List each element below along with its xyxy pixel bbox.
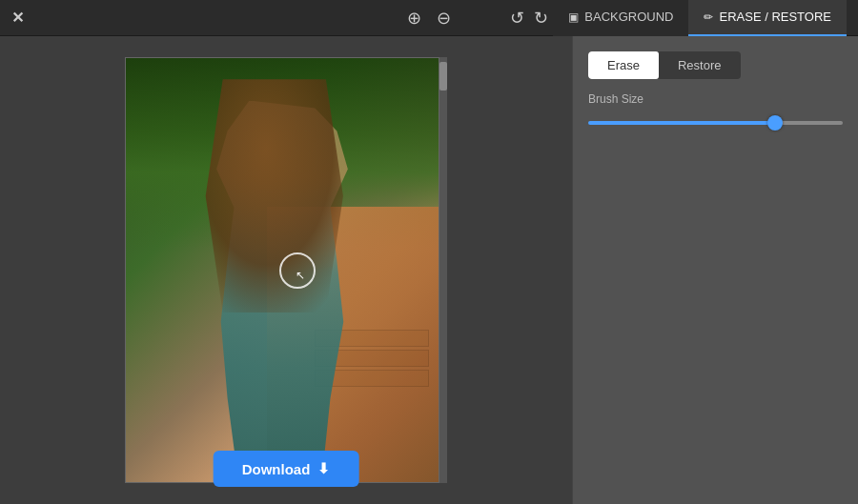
erase-restore-toggle: Erase Restore [588, 51, 741, 79]
zoom-in-button[interactable]: ⊖ [432, 8, 456, 29]
tab-erase-restore[interactable]: ✏ ERASE / RESTORE [688, 0, 847, 36]
right-panel: Erase Restore Brush Size [572, 36, 858, 504]
canvas-area[interactable]: ↖ Download ⬇ [0, 36, 572, 504]
toolbar-center: ⊕ ⊖ [402, 8, 456, 29]
vertical-scrollbar[interactable] [439, 57, 447, 483]
toolbar: ✕ ⊕ ⊖ ↺ ↻ ▣ BACKGROUND ✏ ERASE / RESTORE [0, 0, 858, 36]
erase-option[interactable]: Erase [588, 51, 659, 79]
tab-background-label: BACKGROUND [584, 10, 673, 24]
slider-container [588, 111, 843, 129]
brush-size-label: Brush Size [588, 92, 843, 106]
image-container: ↖ [125, 57, 447, 483]
erase-icon: ✏ [704, 10, 713, 24]
panel-content: Erase Restore Brush Size [573, 36, 858, 144]
scrollbar-thumb[interactable] [439, 62, 447, 91]
redo-button[interactable]: ↻ [529, 8, 553, 29]
tab-erase-restore-label: ERASE / RESTORE [719, 10, 831, 24]
download-icon: ⬇ [317, 460, 330, 477]
brush-size-section: Brush Size [588, 92, 843, 129]
download-label: Download [242, 461, 311, 477]
undo-button[interactable]: ↺ [505, 8, 529, 29]
brush-size-slider[interactable] [588, 121, 843, 125]
restore-option[interactable]: Restore [659, 51, 741, 79]
background-icon: ▣ [568, 10, 579, 24]
download-area: Download ⬇ [214, 451, 359, 487]
zoom-out-button[interactable]: ⊕ [402, 8, 426, 29]
toolbar-right: ↺ ↻ ▣ BACKGROUND ✏ ERASE / RESTORE [505, 0, 847, 36]
close-button[interactable]: ✕ [11, 9, 24, 27]
download-button[interactable]: Download ⬇ [214, 451, 359, 487]
tab-background[interactable]: ▣ BACKGROUND [553, 0, 688, 36]
main-area: ↖ Download ⬇ Erase Restore Brush Siz [0, 36, 858, 504]
image-canvas[interactable]: ↖ [125, 57, 439, 483]
